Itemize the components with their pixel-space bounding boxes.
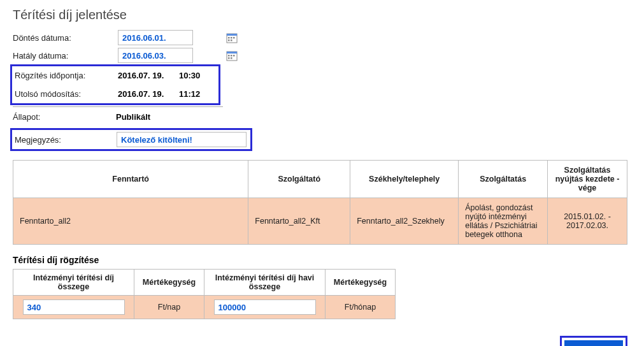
record-time-value: 10:30 xyxy=(178,68,201,83)
comment-input[interactable] xyxy=(117,132,247,147)
fee-unit2-cell: Ft/hónap xyxy=(326,296,396,319)
effective-date-input[interactable] xyxy=(118,48,193,63)
cell-provider: Fenntarto_all2_Kft xyxy=(248,198,350,245)
th-fee-unit2: Mértékegység xyxy=(326,270,396,296)
effective-date-label: Hatály dátuma: xyxy=(13,48,118,63)
timestamps-box: Rögzítés időpontja: 2016.07. 19. 10:30 U… xyxy=(10,64,220,105)
cell-period: 2015.01.02. - 2017.02.03. xyxy=(548,198,627,245)
svg-rect-11 xyxy=(233,55,235,57)
svg-rect-2 xyxy=(228,37,230,39)
svg-rect-9 xyxy=(228,55,230,57)
fee-table: Intézményi térítési díj összege Mértékeg… xyxy=(13,269,396,319)
svg-rect-10 xyxy=(231,55,233,57)
th-fee-amount: Intézményi térítési díj összege xyxy=(13,270,134,296)
fee-section-title: Térítési díj rögzítése xyxy=(13,255,631,265)
calendar-icon[interactable] xyxy=(226,32,238,43)
fee-monthly-input[interactable] xyxy=(214,299,316,315)
lastmod-date-value: 2016.07. 19. xyxy=(117,87,178,101)
publish-highlight: Publikálás xyxy=(560,336,627,346)
fee-amount-input[interactable] xyxy=(23,299,125,315)
svg-rect-6 xyxy=(231,40,233,41)
publish-button[interactable]: Publikálás xyxy=(564,340,623,346)
calendar-icon[interactable] xyxy=(226,50,238,61)
decision-date-label: Döntés dátuma: xyxy=(13,31,118,45)
svg-rect-5 xyxy=(228,40,230,41)
th-service: Szolgáltatás xyxy=(459,161,548,198)
comment-label: Megjegyzés: xyxy=(15,133,117,147)
cell-service: Ápolást, gondozást nyújtó intézményi ell… xyxy=(459,198,548,245)
svg-rect-8 xyxy=(227,52,237,54)
th-maintainer: Fenntartó xyxy=(13,161,248,198)
fee-row: Ft/nap Ft/hónap xyxy=(13,296,396,319)
state-value: Publikált xyxy=(115,110,152,124)
th-fee-monthly: Intézményi térítési díj havi összege xyxy=(204,270,326,296)
svg-rect-13 xyxy=(231,57,233,59)
table-row: Fenntarto_all2 Fenntarto_all2_Kft Fennta… xyxy=(13,198,627,245)
svg-rect-4 xyxy=(233,37,235,39)
comment-box: Megjegyzés: xyxy=(10,128,252,151)
page-title: Térítési díj jelentése xyxy=(13,8,631,22)
th-period: Szolgáltatás nyújtás kezdete - vége xyxy=(548,161,627,198)
fee-unit-cell: Ft/nap xyxy=(134,296,204,319)
service-table: Fenntartó Szolgáltató Székhely/telephely… xyxy=(13,160,627,245)
th-site: Székhely/telephely xyxy=(350,161,459,198)
th-provider: Szolgáltató xyxy=(248,161,350,198)
decision-date-input[interactable] xyxy=(118,30,193,45)
svg-rect-12 xyxy=(228,57,230,59)
svg-rect-1 xyxy=(227,34,237,36)
record-time-label: Rögzítés időpontja: xyxy=(15,68,117,83)
lastmod-label: Utolsó módosítás: xyxy=(15,87,117,101)
state-label: Állapot: xyxy=(13,110,115,124)
lastmod-time-value: 11:12 xyxy=(178,87,201,101)
cell-maintainer: Fenntarto_all2 xyxy=(13,198,248,245)
svg-rect-3 xyxy=(231,37,233,39)
record-date-value: 2016.07. 19. xyxy=(117,68,178,83)
cell-site: Fenntarto_all2_Szekhely xyxy=(350,198,459,245)
th-fee-unit: Mértékegység xyxy=(134,270,204,296)
